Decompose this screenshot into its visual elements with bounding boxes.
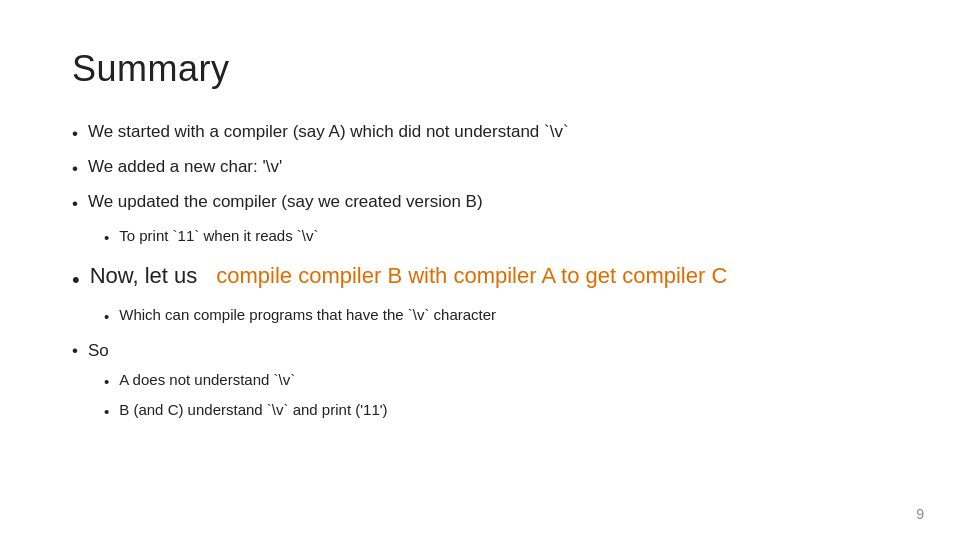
page-number: 9 — [916, 506, 924, 522]
so-sub2: • B (and C) understand `\v` and print ('… — [104, 398, 888, 424]
bullet-2-text: We added a new char: '\v' — [88, 153, 282, 180]
so-dot: • — [72, 337, 78, 364]
bullet-1: • We started with a compiler (say A) whi… — [72, 118, 888, 147]
so-sub1: • A does not understand `\v` — [104, 368, 888, 394]
sub-bullet-b3-text: To print `11` when it reads `\v` — [119, 224, 318, 248]
slide-content: • We started with a compiler (say A) whi… — [72, 118, 888, 424]
so-sub2-text: B (and C) understand `\v` and print ('11… — [119, 398, 387, 422]
bullet-2: • We added a new char: '\v' — [72, 153, 888, 182]
now-highlight: compile compiler B with compiler A to ge… — [216, 263, 727, 288]
so-sub2-dot: • — [104, 400, 109, 424]
slide-title: Summary — [72, 48, 888, 90]
so-label: So — [88, 337, 109, 364]
section-so: • So • A does not understand `\v` • B (a… — [72, 337, 888, 424]
now-prefix: Now, let us — [90, 263, 198, 288]
which-text: Which can compile programs that have the… — [119, 303, 496, 327]
section-now: • Now, let us compile compiler B with co… — [72, 258, 888, 329]
which-can-compile: • Which can compile programs that have t… — [104, 303, 888, 329]
so-bullet: • So — [72, 337, 888, 364]
sub-bullet-dot-b3: • — [104, 226, 109, 250]
now-text: Now, let us compile compiler B with comp… — [90, 258, 728, 293]
so-sub1-text: A does not understand `\v` — [119, 368, 295, 392]
section-bullets: • We started with a compiler (say A) whi… — [72, 118, 888, 250]
bullet-3: • We updated the compiler (say we create… — [72, 188, 888, 217]
which-dot: • — [104, 305, 109, 329]
now-dot: • — [72, 262, 80, 297]
now-bullet: • Now, let us compile compiler B with co… — [72, 258, 888, 297]
sub-bullet-b3: • To print `11` when it reads `\v` — [104, 224, 888, 250]
now-space — [202, 268, 211, 287]
so-sub1-dot: • — [104, 370, 109, 394]
bullet-dot-1: • — [72, 120, 78, 147]
bullet-dot-3: • — [72, 190, 78, 217]
slide: Summary • We started with a compiler (sa… — [0, 0, 960, 540]
bullet-1-text: We started with a compiler (say A) which… — [88, 118, 569, 145]
bullet-dot-2: • — [72, 155, 78, 182]
bullet-3-text: We updated the compiler (say we created … — [88, 188, 483, 215]
